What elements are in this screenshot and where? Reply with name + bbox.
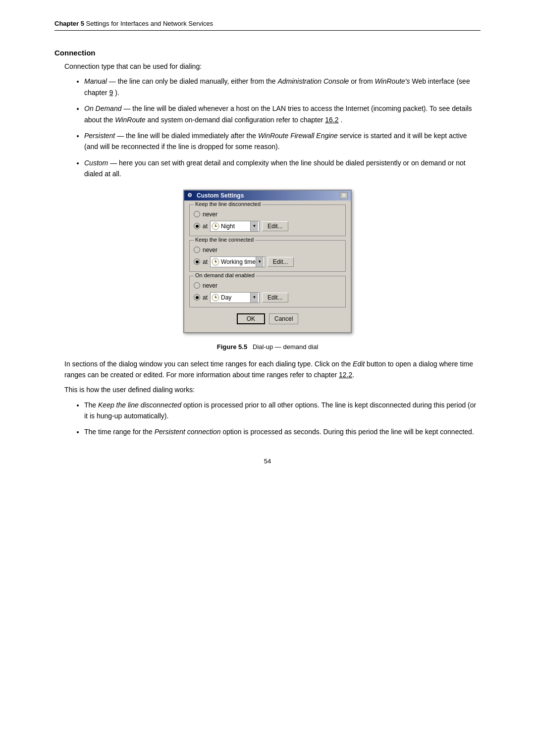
dialog-close-button[interactable]: ✕ <box>340 192 348 199</box>
group2-dropdown-arrow[interactable]: ▼ <box>256 257 264 267</box>
group3-edit-button[interactable]: Edit... <box>262 293 288 302</box>
group3-row-at: at Day ▼ Edit... <box>194 292 341 303</box>
link-ref-16[interactable]: 16.2 <box>325 116 338 124</box>
svg-point-9 <box>215 261 216 262</box>
dialog-group-disconnected: Keep the line disconnected never at <box>189 204 346 236</box>
group3-radio-at[interactable] <box>194 294 200 301</box>
group3-label-never: never <box>203 282 217 289</box>
list-item-2b: The time range for the Persistent connec… <box>84 426 481 437</box>
figure-caption: Figure 5.5 Dial-up — demand dial <box>54 343 481 351</box>
clock-icon-2 <box>212 258 219 266</box>
group2-row-at: at Working time ▼ E <box>194 256 341 267</box>
ok-button[interactable]: OK <box>237 313 265 324</box>
group2-row-never: never <box>194 247 341 253</box>
group1-dropdown-arrow[interactable]: ▼ <box>250 221 258 231</box>
list-item: On Demand — the line will be dialed when… <box>84 103 481 125</box>
dialog-group-connected: Keep the line connected never at <box>189 240 346 272</box>
group1-radio-at[interactable] <box>194 223 200 229</box>
group1-edit-button[interactable]: Edit... <box>262 221 288 231</box>
dialog-window: ⚙ Custom Settings ✕ Keep the line discon… <box>183 190 352 333</box>
link-ref[interactable]: 9 <box>109 89 113 97</box>
group3-radio-never[interactable] <box>194 282 200 289</box>
group3-dropdown-arrow[interactable]: ▼ <box>250 293 258 302</box>
chapter-title: Settings for Interfaces and Network Serv… <box>86 20 214 27</box>
group3-dropdown-text: Day <box>221 294 250 301</box>
group2-label-at: at <box>203 258 208 265</box>
clock-icon-3 <box>212 294 219 302</box>
list-item-italic: Manual <box>84 77 107 85</box>
group2-dropdown-text: Working time <box>221 258 256 265</box>
post-figure-text: In sections of the dialog window you can… <box>64 358 481 381</box>
dialog-title-bar: ⚙ Custom Settings ✕ <box>184 191 351 201</box>
group3-dropdown[interactable]: Day ▼ <box>210 292 260 303</box>
group2-edit-button[interactable]: Edit... <box>268 257 294 267</box>
post-figure-text2: This is how the user defined dialing wor… <box>64 384 481 395</box>
group2-title: Keep the line connected <box>194 237 255 243</box>
clock-icon-1 <box>212 222 219 230</box>
bullet-list: Manual — the line can only be dialed man… <box>84 76 481 179</box>
group3-label-at: at <box>203 294 208 301</box>
section-heading: Connection <box>54 49 481 57</box>
dialog-title: Custom Settings <box>197 192 244 199</box>
group1-row-never: never <box>194 211 341 218</box>
group1-title: Keep the line disconnected <box>194 201 262 207</box>
group2-label-never: never <box>203 247 217 253</box>
group3-title: On demand dial enabled <box>194 272 256 278</box>
group2-radio-at[interactable] <box>194 258 200 265</box>
list-item-2a: The Keep the line disconnected option is… <box>84 400 481 422</box>
dialog-footer: OK Cancel <box>189 311 346 327</box>
dialog-group-ondemand: On demand dial enabled never at <box>189 276 346 307</box>
group1-dropdown[interactable]: Night ▼ <box>210 221 260 232</box>
group3-row-never: never <box>194 282 341 289</box>
list-item: Manual — the line can only be dialed man… <box>84 76 481 98</box>
svg-point-14 <box>215 297 216 298</box>
group1-dropdown-text: Night <box>221 223 250 230</box>
section-intro: Connection type that can be used for dia… <box>64 61 481 72</box>
chapter-label: Chapter 5 <box>54 20 84 27</box>
group2-radio-never[interactable] <box>194 247 200 253</box>
group1-radio-never[interactable] <box>194 211 200 217</box>
group1-label-at: at <box>203 223 208 230</box>
dialog-container: ⚙ Custom Settings ✕ Keep the line discon… <box>54 190 481 333</box>
dialog-title-icon: ⚙ <box>187 192 194 199</box>
page-number: 54 <box>54 457 481 465</box>
bullet-list-2: The Keep the line disconnected option is… <box>84 400 481 438</box>
list-item: Persistent — the line will be dialed imm… <box>84 130 481 152</box>
link-ref-12[interactable]: 12.2 <box>339 371 352 379</box>
figure-text <box>249 343 251 351</box>
svg-point-4 <box>215 226 216 227</box>
figure-description: Dial-up — demand dial <box>253 343 318 351</box>
group2-dropdown[interactable]: Working time ▼ <box>210 256 265 267</box>
group1-label-never: never <box>203 211 217 218</box>
chapter-header: Chapter 5 Settings for Interfaces and Ne… <box>54 20 481 31</box>
figure-label: Figure 5.5 <box>217 343 247 351</box>
group1-row-at: at Night ▼ Edit... <box>194 221 341 232</box>
dialog-body: Keep the line disconnected never at <box>184 201 351 332</box>
cancel-button[interactable]: Cancel <box>269 313 298 324</box>
list-item: Custom — here you can set with great det… <box>84 157 481 180</box>
